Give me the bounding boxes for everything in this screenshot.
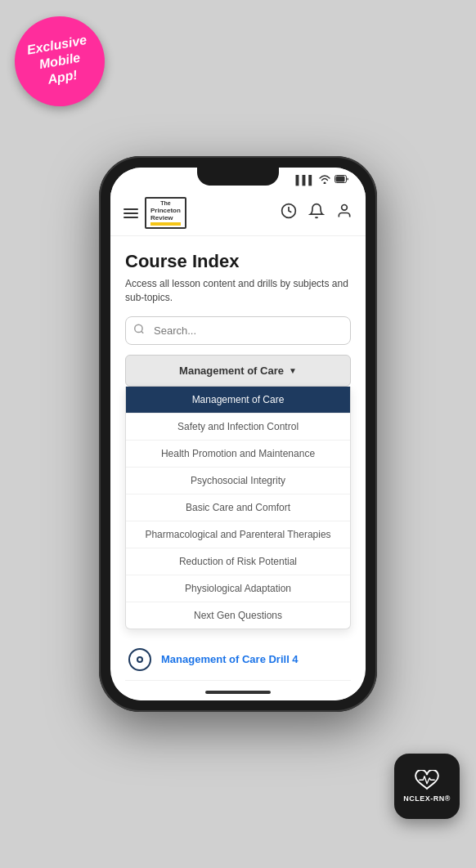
header-icons — [281, 203, 353, 223]
logo-text-review: Review — [150, 214, 181, 221]
svg-rect-1 — [336, 177, 345, 182]
wifi-icon — [319, 174, 330, 186]
drill-item-4[interactable]: Management of Care Drill 4 — [125, 639, 351, 681]
phone-frame: ▌▌▌ — [99, 156, 377, 712]
search-container — [125, 316, 351, 345]
clock-icon[interactable] — [281, 203, 297, 223]
page-wrapper: Exclusive Mobile App! ▌▌▌ — [0, 0, 476, 868]
dropdown-item-reduction[interactable]: Reduction of Risk Potential — [126, 548, 350, 575]
bottom-bar — [110, 684, 366, 700]
dropdown-item-next-gen[interactable]: Next Gen Questions — [126, 602, 350, 629]
main-content: Course Index Access all lesson content a… — [110, 236, 366, 684]
princeton-review-logo: The Princeton Review — [145, 197, 186, 229]
user-icon[interactable] — [336, 203, 353, 223]
dropdown-item-physiological[interactable]: Physiological Adaptation — [126, 575, 350, 602]
nclex-label: NCLEX-RN® — [403, 794, 451, 803]
page-subtitle: Access all lesson content and drills by … — [125, 277, 351, 305]
nclex-heart-icon — [414, 770, 440, 791]
dropdown-item-safety[interactable]: Safety and Infection Control — [126, 414, 350, 441]
logo-text-princeton: Princeton — [150, 207, 181, 214]
phone-screen: ▌▌▌ — [110, 168, 366, 700]
dropdown-item-health-promotion[interactable]: Health Promotion and Maintenance — [126, 441, 350, 468]
search-input[interactable] — [125, 316, 351, 345]
app-header: The Princeton Review — [110, 192, 366, 236]
nclex-badge: NCLEX-RN® — [394, 754, 460, 819]
drill-name-4: Management of Care Drill 4 — [161, 653, 299, 665]
header-left: The Princeton Review — [123, 197, 186, 229]
battery-icon — [335, 175, 349, 185]
svg-line-5 — [141, 332, 144, 334]
status-icons: ▌▌▌ — [296, 174, 349, 186]
bell-icon[interactable] — [308, 203, 325, 223]
dropdown-item-management-of-care[interactable]: Management of Care — [126, 387, 350, 414]
dropdown-trigger-label: Management of Care — [179, 365, 284, 377]
dropdown-item-pharmacological[interactable]: Pharmacological and Parenteral Therapies — [126, 521, 350, 548]
signal-icon: ▌▌▌ — [296, 175, 315, 185]
home-indicator — [205, 691, 271, 694]
page-title: Course Index — [125, 251, 351, 272]
dropdown-list: Management of Care Safety and Infection … — [125, 387, 351, 629]
search-icon — [133, 324, 145, 338]
svg-point-3 — [342, 205, 348, 211]
dropdown-item-psychosocial[interactable]: Psychosocial Integrity — [126, 468, 350, 494]
dropdown-item-basic-care[interactable]: Basic Care and Comfort — [126, 494, 350, 521]
drill-icon-inner-4 — [137, 656, 143, 663]
dropdown-trigger[interactable]: Management of Care ▼ — [125, 355, 351, 387]
svg-point-4 — [135, 325, 142, 333]
drill-icon-4 — [128, 648, 151, 671]
phone-notch — [197, 168, 279, 186]
logo-text-the: The — [150, 200, 181, 207]
dropdown-arrow-icon: ▼ — [289, 366, 297, 375]
exclusive-badge: Exclusive Mobile App! — [7, 9, 111, 113]
hamburger-menu-button[interactable] — [123, 208, 138, 218]
logo-stripe — [150, 222, 181, 226]
drill-list: Management of Care Drill 4 Management of… — [125, 639, 351, 684]
